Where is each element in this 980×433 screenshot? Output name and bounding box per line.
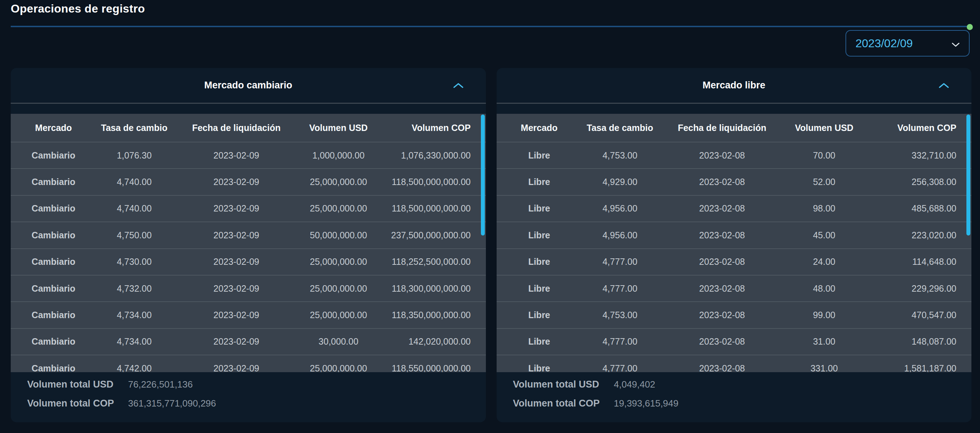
table-cell: 2023-02-08: [658, 177, 786, 187]
table-viewport: MercadoTasa de cambioFecha de liquidació…: [496, 114, 972, 372]
column-header: Tasa de cambio: [96, 123, 172, 133]
table-row[interactable]: Cambiario4,740.002023-02-0925,000,000.00…: [11, 168, 486, 195]
table-cell: Libre: [496, 336, 582, 347]
table-cell: 118,252,500,000.00: [376, 256, 485, 267]
page-header: Operaciones de registro 2023/02/09: [0, 0, 980, 68]
table-row[interactable]: Cambiario4,742.002023-02-0925,000,000.00…: [11, 355, 486, 372]
table-cell: 332,710.00: [862, 150, 971, 161]
table-cell: 4,732.00: [96, 283, 172, 294]
table-cell: 2023-02-08: [658, 150, 786, 161]
table-row[interactable]: Libre4,929.002023-02-0852.00256,308.00: [496, 168, 972, 195]
table-cell: Cambiario: [11, 336, 96, 347]
totals-footer: Volumen total USD 4,049,402 Volumen tota…: [496, 372, 972, 422]
table-cell: Cambiario: [11, 203, 96, 213]
total-cop-line: Volumen total COP 19,393,615,949: [513, 394, 972, 413]
table-cell: 229,296.00: [862, 283, 971, 294]
table-cell: Cambiario: [11, 177, 96, 187]
table-row[interactable]: Libre4,753.002023-02-0899.00470,547.00: [496, 301, 972, 328]
table-cell: 2023-02-09: [172, 150, 300, 161]
page: Operaciones de registro 2023/02/09 Merca…: [0, 0, 980, 433]
column-header: Tasa de cambio: [582, 123, 658, 133]
table-row[interactable]: Cambiario1,076.302023-02-091,000,000.001…: [11, 142, 486, 168]
header-underline: [11, 26, 971, 27]
table-cell: 45.00: [786, 230, 862, 240]
table-cell: 4,956.00: [582, 230, 658, 240]
table-row[interactable]: Libre4,956.002023-02-0845.00223,020.00: [496, 221, 972, 248]
table-cell: Cambiario: [11, 256, 96, 267]
chevron-down-icon: [952, 37, 959, 50]
table-cell: 4,777.00: [582, 283, 658, 294]
table-cell: 485,688.00: [862, 203, 971, 213]
table-cell: 4,753.00: [582, 310, 658, 320]
table-cell: 114,648.00: [862, 256, 971, 267]
cards-container: Mercado cambiario MercadoTasa de cambioF…: [11, 68, 971, 422]
table-cell: 25,000,000.00: [301, 283, 376, 294]
table-cell: 2023-02-08: [658, 363, 786, 372]
table-cell: 4,750.00: [96, 230, 172, 240]
card-title: Mercado libre: [702, 80, 765, 91]
table-cell: 118,300,000,000.00: [376, 283, 485, 294]
table-cell: 2023-02-08: [658, 336, 786, 347]
card-header: Mercado libre: [496, 68, 972, 104]
table-cell: 31.00: [786, 336, 862, 347]
table-cell: 2023-02-08: [658, 310, 786, 320]
table-row[interactable]: Cambiario4,734.002023-02-0930,000.00142,…: [11, 328, 486, 355]
total-usd-value: 4,049,402: [614, 379, 655, 390]
table-cell: 1,581,187.00: [862, 363, 971, 372]
totals-footer: Volumen total USD 76,226,501,136 Volumen…: [11, 372, 486, 422]
table-row[interactable]: Cambiario4,732.002023-02-0925,000,000.00…: [11, 275, 486, 301]
table-cell: 4,777.00: [582, 363, 658, 372]
table-row[interactable]: Libre4,777.002023-02-0848.00229,296.00: [496, 275, 972, 301]
table-cell: 4,753.00: [582, 150, 658, 161]
total-usd-line: Volumen total USD 76,226,501,136: [27, 375, 486, 394]
table-row[interactable]: Cambiario4,734.002023-02-0925,000,000.00…: [11, 301, 486, 328]
table-cell: Libre: [496, 203, 582, 213]
table-row[interactable]: Libre4,777.002023-02-08331.001,581,187.0…: [496, 355, 972, 372]
total-cop-line: Volumen total COP 361,315,771,090,296: [27, 394, 486, 413]
table-cell: Libre: [496, 310, 582, 320]
table-cell: 470,547.00: [862, 310, 971, 320]
table-cell: 2023-02-08: [658, 256, 786, 267]
table-cell: 25,000,000.00: [301, 203, 376, 213]
table-cell: 2023-02-09: [172, 256, 300, 267]
table-cell: 2023-02-08: [658, 203, 786, 213]
table-cell: 25,000,000.00: [301, 310, 376, 320]
table-row[interactable]: Cambiario4,740.002023-02-0925,000,000.00…: [11, 195, 486, 221]
collapse-button[interactable]: [937, 81, 951, 90]
table-cell: Libre: [496, 230, 582, 240]
table-cell: 4,740.00: [96, 177, 172, 187]
status-dot: [967, 24, 973, 30]
card-title: Mercado cambiario: [204, 80, 292, 91]
table-row[interactable]: Libre4,956.002023-02-0898.00485,688.00: [496, 195, 972, 221]
table-cell: Libre: [496, 283, 582, 294]
table-cell: 4,929.00: [582, 177, 658, 187]
table-row[interactable]: Libre4,777.002023-02-0824.00114,648.00: [496, 248, 972, 275]
scrollbar-thumb[interactable]: [966, 115, 970, 236]
table-row[interactable]: Cambiario4,730.002023-02-0925,000,000.00…: [11, 248, 486, 275]
table-cell: 4,734.00: [96, 310, 172, 320]
total-usd-value: 76,226,501,136: [128, 379, 193, 390]
table-cell: 25,000,000.00: [301, 256, 376, 267]
table-row[interactable]: Libre4,777.002023-02-0831.00148,087.00: [496, 328, 972, 355]
total-cop-value: 19,393,615,949: [614, 398, 679, 409]
table-viewport: MercadoTasa de cambioFecha de liquidació…: [11, 114, 486, 372]
table-cell: 4,742.00: [96, 363, 172, 372]
table-cell: 223,020.00: [862, 230, 971, 240]
table-cell: 48.00: [786, 283, 862, 294]
total-usd-label: Volumen total USD: [27, 379, 128, 390]
table-row[interactable]: Cambiario4,750.002023-02-0950,000,000.00…: [11, 221, 486, 248]
table-row[interactable]: Libre4,753.002023-02-0870.00332,710.00: [496, 142, 972, 168]
table-cell: 2023-02-09: [172, 363, 300, 372]
scrollbar-thumb[interactable]: [481, 115, 485, 236]
total-usd-label: Volumen total USD: [513, 379, 614, 390]
table-header-row: MercadoTasa de cambioFecha de liquidació…: [11, 114, 486, 142]
table-cell: 25,000,000.00: [301, 177, 376, 187]
table-cell: 331.00: [786, 363, 862, 372]
market-card-libre: Mercado libre MercadoTasa de cambioFecha…: [496, 68, 972, 422]
table-cell: 118,550,000,000.00: [376, 363, 485, 372]
column-header: Volumen COP: [376, 123, 485, 133]
table-cell: 98.00: [786, 203, 862, 213]
column-header: Mercado: [496, 123, 582, 133]
collapse-button[interactable]: [452, 81, 465, 90]
date-select[interactable]: 2023/02/09: [845, 30, 970, 57]
